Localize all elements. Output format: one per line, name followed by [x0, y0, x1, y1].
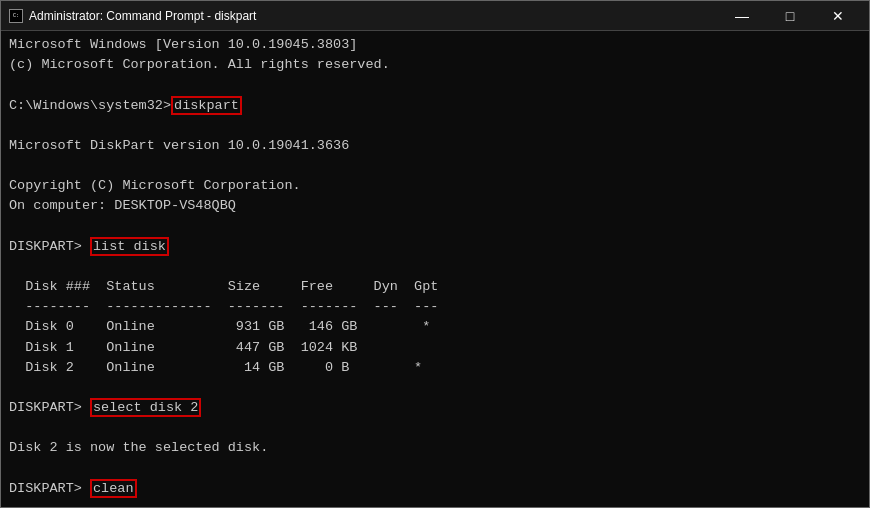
cmd-window: Administrator: Command Prompt - diskpart…: [0, 0, 870, 508]
line-9: On computer: DESKTOP-VS48QBQ: [9, 196, 861, 216]
cmd-select-disk: select disk 2: [90, 398, 201, 417]
line-10: [9, 217, 861, 237]
terminal-body[interactable]: Microsoft Windows [Version 10.0.19045.38…: [1, 31, 869, 507]
prompt-2: DISKPART>: [9, 239, 90, 254]
line-16: Disk 1 Online 447 GB 1024 KB: [9, 338, 861, 358]
maximize-button[interactable]: □: [767, 1, 813, 31]
window-title: Administrator: Command Prompt - diskpart: [29, 9, 256, 23]
line-21: Disk 2 is now the selected disk.: [9, 438, 861, 458]
minimize-button[interactable]: —: [719, 1, 765, 31]
prompt-4: DISKPART>: [9, 481, 90, 496]
line-8: Copyright (C) Microsoft Corporation.: [9, 176, 861, 196]
line-14: -------- ------------- ------- ------- -…: [9, 297, 861, 317]
cmd-diskpart: diskpart: [171, 96, 242, 115]
line-12: [9, 257, 861, 277]
app-icon: [9, 9, 23, 23]
line-22: [9, 459, 861, 479]
line-5: [9, 116, 861, 136]
prompt-1: C:\Windows\system32>: [9, 98, 171, 113]
line-19: DISKPART> select disk 2: [9, 398, 861, 418]
line-2: (c) Microsoft Corporation. All rights re…: [9, 55, 861, 75]
line-3: [9, 76, 861, 96]
line-24: [9, 499, 861, 507]
line-15: Disk 0 Online 931 GB 146 GB *: [9, 317, 861, 337]
title-bar: Administrator: Command Prompt - diskpart…: [1, 1, 869, 31]
title-bar-left: Administrator: Command Prompt - diskpart: [9, 9, 256, 23]
line-11: DISKPART> list disk: [9, 237, 861, 257]
prompt-3: DISKPART>: [9, 400, 90, 415]
line-13: Disk ### Status Size Free Dyn Gpt: [9, 277, 861, 297]
line-6: Microsoft DiskPart version 10.0.19041.36…: [9, 136, 861, 156]
line-4: C:\Windows\system32>diskpart: [9, 96, 861, 116]
close-button[interactable]: ✕: [815, 1, 861, 31]
line-17: Disk 2 Online 14 GB 0 B *: [9, 358, 861, 378]
cmd-list-disk: list disk: [90, 237, 169, 256]
cmd-clean: clean: [90, 479, 137, 498]
line-20: [9, 418, 861, 438]
line-18: [9, 378, 861, 398]
line-1: Microsoft Windows [Version 10.0.19045.38…: [9, 35, 861, 55]
window-controls: — □ ✕: [719, 1, 861, 31]
line-7: [9, 156, 861, 176]
line-23: DISKPART> clean: [9, 479, 861, 499]
